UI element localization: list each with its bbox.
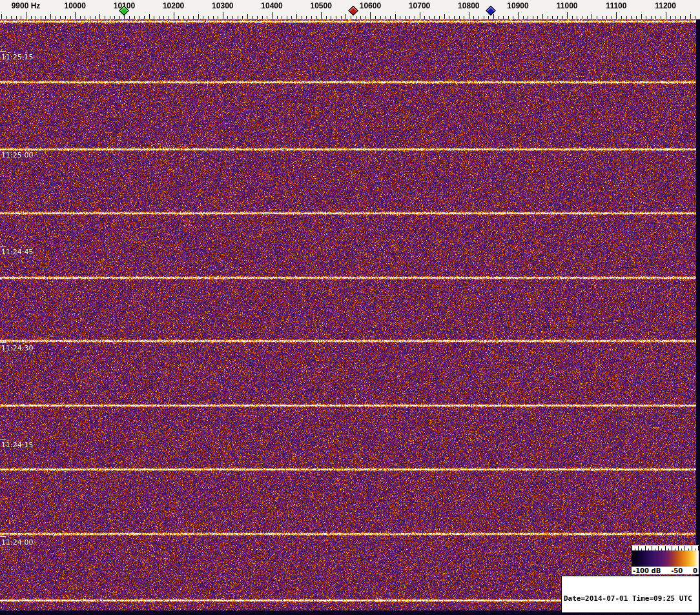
time-tick-label: 11:24:00 <box>1 538 33 547</box>
freq-tick-label: 10300 <box>212 1 233 10</box>
freq-tick-label: 10600 <box>360 1 381 10</box>
color-scale-gradient <box>632 545 699 567</box>
time-tick-mark <box>0 51 6 52</box>
legend-min-label: -100 dB <box>633 567 661 574</box>
time-tick-label: 11:25:00 <box>1 151 33 159</box>
info-date-time: Date=2014-07-01 Time=09:25 UTC <box>564 594 697 603</box>
spectrogram-waterfall[interactable] <box>0 19 700 615</box>
color-scale-legend: -100 dB -50 0 <box>632 545 699 574</box>
time-tick-label: 11:24:45 <box>1 248 33 256</box>
spectrogram-screen: 11:25:1511:25:0011:24:4511:24:3011:24:15… <box>0 0 700 615</box>
freq-tick-label: 10200 <box>163 1 184 10</box>
freq-tick-label: 9900 Hz <box>12 1 41 10</box>
time-tick-mark <box>0 536 6 537</box>
status-info-box: Date=2014-07-01 Time=09:25 UTC Freq=143 … <box>561 576 699 613</box>
time-tick-label: 11:25:15 <box>1 53 33 61</box>
time-tick-mark <box>0 246 6 247</box>
time-tick-label: 11:24:30 <box>1 344 33 352</box>
legend-max-label: 0 <box>693 567 697 574</box>
freq-tick-label: 10900 <box>507 1 528 10</box>
freq-tick-label: 10000 <box>65 1 86 10</box>
color-scale-labels: -100 dB -50 0 <box>632 567 699 574</box>
freq-tick-label: 10800 <box>458 1 479 10</box>
legend-mid-label: -50 <box>671 567 683 574</box>
freq-tick-label: 10700 <box>409 1 430 10</box>
time-tick-label: 11:24:15 <box>1 441 33 449</box>
time-tick-mark <box>0 342 6 343</box>
time-tick-mark <box>0 439 6 439</box>
freq-tick-label: 11000 <box>557 1 578 10</box>
freq-tick-label: 10400 <box>261 1 282 10</box>
freq-tick-label: 11100 <box>606 1 626 10</box>
time-tick-mark <box>0 149 6 150</box>
frequency-axis: 9900 Hz100001010010200103001040010500106… <box>0 0 700 19</box>
freq-tick-label: 10500 <box>311 1 332 10</box>
freq-tick-label: 11200 <box>655 1 676 10</box>
